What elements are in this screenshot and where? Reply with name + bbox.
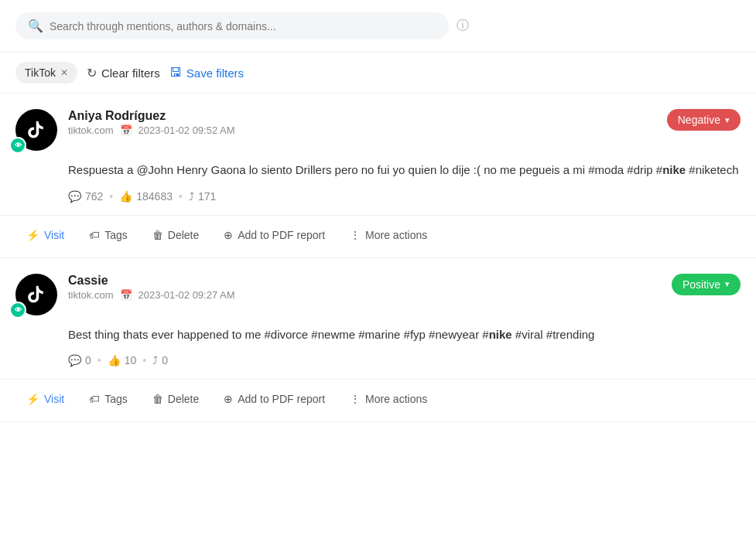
delete-label: Delete: [168, 229, 199, 241]
more-actions-button[interactable]: ⋮ More actions: [339, 387, 438, 411]
author-info: Aniya Rodríguez tiktok.com 📅 2023-01-02 …: [68, 109, 235, 136]
visit-button[interactable]: ⚡ Visit: [15, 223, 75, 247]
post-card-1: 👁 Aniya Rodríguez tiktok.com 📅 2023-01-0…: [0, 94, 756, 258]
save-filters-label: Save filters: [186, 66, 244, 80]
post-text: Respuesta a @John Henry Gaona lo siento …: [68, 163, 662, 176]
author-name: Aniya Rodríguez: [68, 109, 235, 123]
post-body: 👁 Cassie tiktok.com 📅 2023-01-02 09:27 A…: [0, 258, 756, 380]
share-count: 171: [198, 190, 216, 203]
add-pdf-label: Add to PDF report: [238, 229, 325, 241]
add-pdf-button[interactable]: ⊕ Add to PDF report: [213, 387, 336, 411]
stat-separator-2: •: [179, 190, 183, 203]
comment-icon: 💬: [68, 190, 81, 203]
bold-hashtag: nike: [489, 328, 512, 341]
delete-label: Delete: [168, 393, 199, 405]
share-icon: ⤴: [152, 354, 158, 366]
sentiment-badge[interactable]: Negative ▾: [667, 109, 741, 131]
platform-badge: 👁: [9, 302, 26, 319]
add-pdf-icon: ⊕: [224, 229, 233, 241]
add-pdf-label: Add to PDF report: [238, 393, 325, 405]
search-bar-section: 🔍 ⓘ: [0, 0, 756, 53]
post-content: Best thing thats ever happened to me #di…: [68, 326, 741, 344]
delete-icon: 🗑: [152, 229, 163, 241]
eye-icon: 👁: [15, 141, 22, 149]
visit-icon: ⚡: [26, 393, 39, 405]
share-count: 0: [162, 354, 168, 366]
filter-bar: TikTok ✕ ↻ Clear filters 🖫 Save filters: [0, 53, 756, 94]
tags-icon: 🏷: [89, 229, 100, 241]
like-icon: 👍: [119, 190, 132, 203]
more-icon: ⋮: [350, 229, 361, 241]
posts-container: 👁 Aniya Rodríguez tiktok.com 📅 2023-01-0…: [0, 94, 756, 422]
tags-icon: 🏷: [89, 393, 100, 405]
platform-badge: 👁: [9, 137, 26, 154]
share-stat: ⤴ 0: [152, 354, 168, 366]
clear-filters-label: Clear filters: [101, 66, 160, 80]
search-bar: 🔍: [15, 12, 449, 39]
chevron-down-icon: ▾: [725, 115, 730, 125]
delete-button[interactable]: 🗑 Delete: [142, 387, 210, 411]
author-domain: tiktok.com: [68, 124, 114, 136]
tiktok-icon: [26, 119, 47, 141]
search-input[interactable]: [50, 20, 436, 32]
comment-stat: 💬 762: [68, 190, 103, 203]
sentiment-label: Negative: [678, 114, 720, 126]
calendar-icon: 📅: [120, 124, 132, 136]
share-icon: ⤴: [189, 190, 194, 203]
search-icon: 🔍: [28, 19, 43, 33]
filter-tag-close-icon[interactable]: ✕: [60, 68, 68, 77]
add-pdf-button[interactable]: ⊕ Add to PDF report: [213, 223, 336, 247]
author-meta: tiktok.com 📅 2023-01-02 09:52 AM: [68, 124, 235, 136]
stat-separator-1: •: [97, 354, 101, 366]
action-bar: ⚡ Visit 🏷 Tags 🗑 Delete ⊕ Add to PDF rep…: [0, 215, 756, 257]
post-text: Best thing thats ever happened to me #di…: [68, 328, 489, 341]
post-text: #niketech: [686, 163, 738, 176]
like-icon: 👍: [108, 354, 121, 366]
like-stat: 👍 10: [108, 354, 137, 366]
author-meta: tiktok.com 📅 2023-01-02 09:27 AM: [68, 289, 235, 301]
more-label: More actions: [365, 393, 427, 405]
post-body: 👁 Aniya Rodríguez tiktok.com 📅 2023-01-0…: [0, 94, 756, 215]
sentiment-badge[interactable]: Positive ▾: [672, 274, 741, 295]
visit-label: Visit: [44, 229, 64, 241]
post-date: 2023-01-02 09:27 AM: [139, 289, 235, 301]
filter-tag-label: TikTok: [25, 66, 56, 79]
comment-icon: 💬: [68, 354, 81, 366]
eye-icon: 👁: [15, 306, 22, 314]
filter-tag-tiktok: TikTok ✕: [15, 62, 77, 84]
add-pdf-icon: ⊕: [224, 393, 233, 405]
post-stats: 💬 762 • 👍 184683 • ⤴ 171: [68, 190, 741, 203]
calendar-icon: 📅: [120, 289, 132, 301]
post-date: 2023-01-02 09:52 AM: [139, 124, 235, 136]
author-domain: tiktok.com: [68, 289, 114, 301]
sentiment-label: Positive: [682, 278, 720, 291]
like-count: 184683: [136, 190, 173, 203]
stat-separator-2: •: [142, 354, 146, 366]
info-icon[interactable]: ⓘ: [457, 18, 469, 34]
comment-count: 0: [85, 354, 91, 366]
post-stats: 💬 0 • 👍 10 • ⤴ 0: [68, 354, 741, 366]
save-filters-button[interactable]: 🖫 Save filters: [169, 66, 244, 80]
chevron-down-icon: ▾: [725, 279, 730, 289]
refresh-icon: ↻: [87, 66, 97, 80]
delete-button[interactable]: 🗑 Delete: [142, 223, 210, 247]
bold-hashtag: nike: [662, 163, 686, 176]
tags-button[interactable]: 🏷 Tags: [78, 387, 139, 411]
tags-button[interactable]: 🏷 Tags: [78, 223, 139, 247]
tags-label: Tags: [104, 229, 128, 241]
visit-button[interactable]: ⚡ Visit: [15, 387, 75, 411]
like-stat: 👍 184683: [119, 190, 173, 203]
post-header: 👁 Aniya Rodríguez tiktok.com 📅 2023-01-0…: [15, 109, 741, 151]
more-actions-button[interactable]: ⋮ More actions: [339, 223, 438, 247]
comment-count: 762: [85, 190, 103, 203]
action-bar: ⚡ Visit 🏷 Tags 🗑 Delete ⊕ Add to PDF rep…: [0, 379, 756, 421]
share-stat: ⤴ 171: [189, 190, 216, 203]
author-name: Cassie: [68, 274, 235, 288]
like-count: 10: [125, 354, 137, 366]
avatar-wrap: 👁: [15, 109, 57, 151]
tags-label: Tags: [104, 393, 128, 405]
post-content: Respuesta a @John Henry Gaona lo siento …: [68, 162, 741, 179]
more-icon: ⋮: [350, 393, 361, 405]
delete-icon: 🗑: [152, 393, 163, 405]
clear-filters-button[interactable]: ↻ Clear filters: [87, 66, 160, 80]
